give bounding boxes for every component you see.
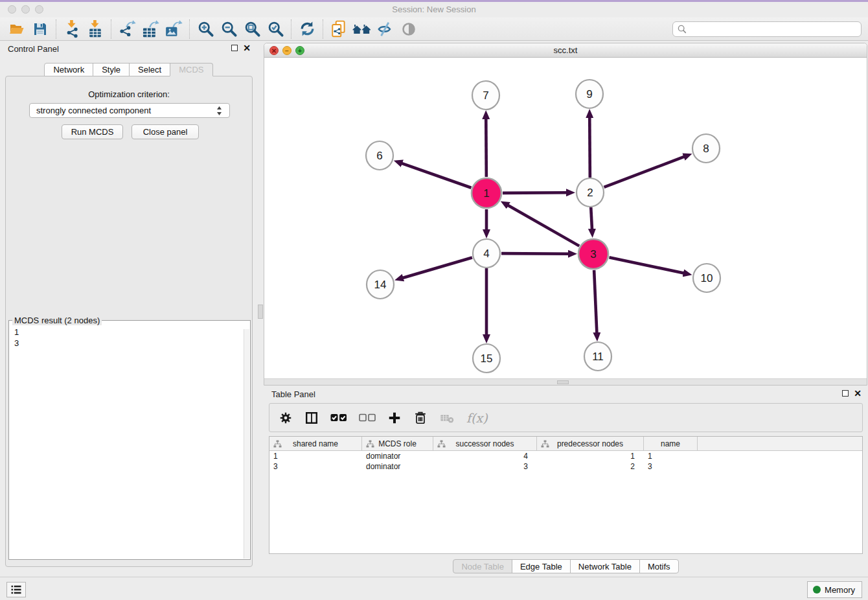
tab-network-table[interactable]: Network Table [570,559,640,573]
first-neighbors-button[interactable] [350,19,374,40]
table-cell[interactable]: dominator [362,451,433,461]
graph-edge-1-2[interactable] [503,192,567,193]
graph-node-6[interactable]: 6 [366,141,393,170]
column-header-predecessor-nodes[interactable]: predecessor nodes [537,437,644,450]
graph-node-2[interactable]: 2 [577,178,604,207]
tab-style[interactable]: Style [93,63,130,76]
graph-edge-2-8[interactable] [604,156,685,187]
status-bar: Memory [0,577,868,600]
export-image-button[interactable] [162,19,185,40]
graph-edge-2-9[interactable] [589,117,590,178]
table-cell[interactable]: dominator [362,461,433,472]
memory-button[interactable]: Memory [807,581,862,598]
task-history-button[interactable] [6,582,26,597]
zoom-fit-button[interactable] [240,19,264,40]
column-header-successor-nodes[interactable]: successor nodes [433,437,537,450]
control-panel-tabs: Network Style Select MCDS [0,63,257,76]
hide-details-button[interactable] [374,19,397,40]
table-row[interactable]: 1dominator411 [269,451,862,461]
column-header-name[interactable]: name [644,437,698,450]
table-cell[interactable]: 2 [537,461,644,472]
tab-network[interactable]: Network [44,63,93,76]
zoom-out-button[interactable] [217,19,240,40]
graph-node-label: 3 [590,248,596,260]
graph-edge-1-7[interactable] [486,118,486,177]
float-panel-icon[interactable] [231,45,238,51]
import-network-icon [63,20,80,38]
vertical-split-grip[interactable] [258,305,263,319]
table-cell[interactable]: 4 [433,451,537,461]
save-session-button[interactable] [29,19,52,40]
hierarchy-icon [366,440,374,448]
mcds-result-scrollbar[interactable] [244,329,249,559]
tab-node-table[interactable]: Node Table [453,559,512,573]
network-window-titlebar[interactable]: ✕ − + scc.txt [264,43,867,58]
graph-edge-4-14[interactable] [402,257,472,278]
function-builder-button[interactable]: f(x) [466,411,488,425]
tab-select[interactable]: Select [129,63,170,76]
table-cell[interactable]: 1 [269,451,362,461]
graph-edge-2-3[interactable] [591,207,592,230]
table-panel-title: Table Panel [271,389,315,399]
open-session-button[interactable] [5,19,29,40]
criterion-dropdown[interactable]: strongly connected component [29,103,230,118]
horizontal-split-grip[interactable] [557,380,569,384]
import-network-button[interactable] [60,19,84,40]
hierarchy-icon [541,440,549,448]
graph-node-10[interactable]: 10 [693,264,720,292]
table-cell[interactable]: 3 [269,461,362,472]
tab-edge-table[interactable]: Edge Table [512,559,571,573]
column-header-mcds-role[interactable]: MCDS role [362,437,433,450]
select-all-button[interactable] [330,413,347,422]
graph-node-3[interactable]: 3 [578,239,608,269]
graph-node-4[interactable]: 4 [473,239,500,268]
show-details-button[interactable] [397,19,420,40]
graph-node-14[interactable]: 14 [367,270,394,299]
zoom-selected-button[interactable] [264,19,287,40]
table-cell[interactable]: 3 [644,461,698,472]
table-cell[interactable]: 3 [433,461,537,472]
graph-node-9[interactable]: 9 [576,80,603,108]
graph-node-8[interactable]: 8 [692,134,720,163]
close-panel-icon[interactable]: ✕ [243,44,251,52]
graph-edge-3-1[interactable] [507,205,579,246]
table-row[interactable]: 3dominator323 [269,461,862,472]
graph-edge-4-3[interactable] [501,253,569,254]
graph-node-1[interactable]: 1 [472,178,501,208]
search-icon [677,24,687,34]
export-network-button[interactable] [115,19,139,40]
graph-edge-1-6[interactable] [401,163,471,188]
float-table-panel-icon[interactable] [842,390,849,397]
eye-slash-icon [376,20,394,38]
delete-column-button[interactable] [413,411,428,425]
graph-node-15[interactable]: 15 [473,344,500,373]
network-graph[interactable]: 7968124314101511 [264,58,867,378]
graph-edge-3-11[interactable] [594,270,597,334]
close-panel-button[interactable]: Close panel [131,124,199,139]
import-table-button[interactable] [84,19,107,40]
tab-mcds[interactable]: MCDS [170,63,212,76]
network-canvas[interactable]: 7968124314101511 [264,58,867,378]
table-cell[interactable]: 1 [537,451,644,461]
table-settings-button[interactable] [279,411,293,425]
search-input[interactable] [672,21,862,37]
graph-node-11[interactable]: 11 [584,342,611,371]
export-table-button[interactable] [139,19,162,40]
tab-motifs[interactable]: Motifs [639,559,679,573]
add-column-button[interactable] [387,411,402,425]
column-visibility-button[interactable] [304,411,319,425]
graph-node-label: 7 [483,89,488,102]
graph-node-7[interactable]: 7 [472,81,499,110]
deselect-all-button[interactable] [359,413,376,422]
table-cell[interactable]: 1 [644,451,698,461]
graph-edge-3-10[interactable] [609,257,684,273]
column-header-shared-name[interactable]: shared name [269,437,362,450]
refresh-view-button[interactable] [295,19,319,40]
zoom-in-button[interactable] [194,19,217,40]
close-table-panel-icon[interactable]: ✕ [854,389,862,397]
run-mcds-button[interactable]: Run MCDS [62,124,123,139]
delete-table-button[interactable] [439,411,455,425]
graph-node-label: 1 [483,187,489,200]
network-from-selection-button[interactable] [327,19,350,40]
search-field[interactable] [672,21,862,37]
